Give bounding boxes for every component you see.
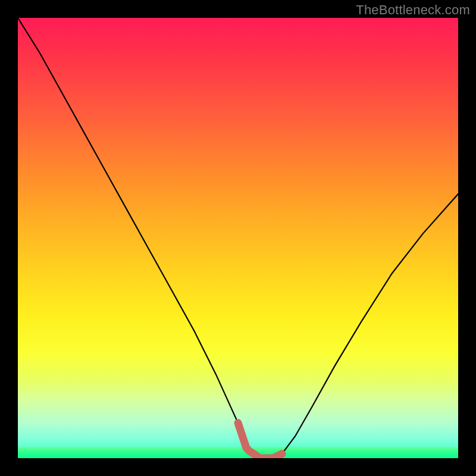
- chart-frame: TheBottleneck.com: [0, 0, 476, 476]
- watermark-text: TheBottleneck.com: [356, 2, 470, 18]
- curve-svg: [18, 18, 458, 458]
- recommended-range-path: [238, 423, 282, 458]
- bottleneck-curve-path: [18, 18, 458, 458]
- plot-area: [18, 18, 458, 458]
